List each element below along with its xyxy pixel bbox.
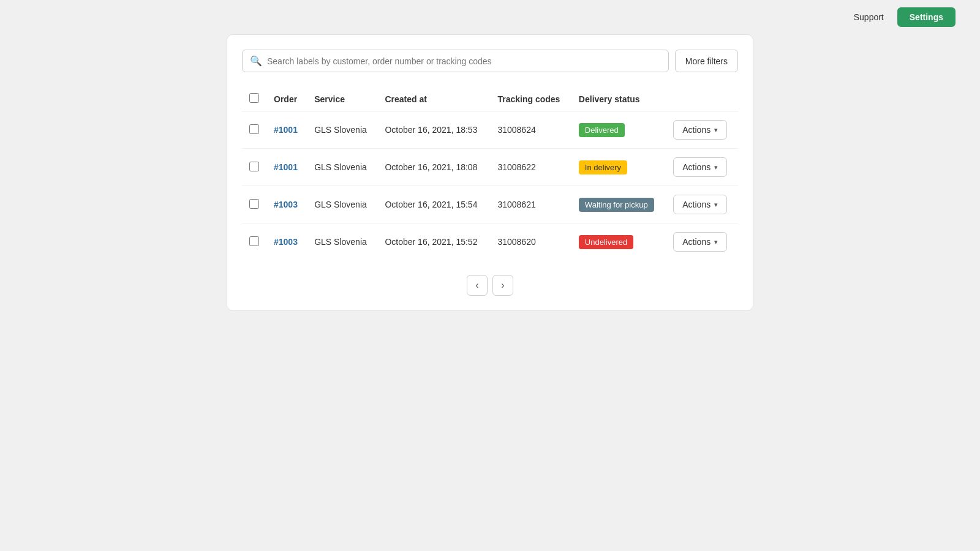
table-row: #1001 GLS Slovenia October 16, 2021, 18:… bbox=[242, 111, 738, 149]
status-badge-1: In delivery bbox=[579, 160, 627, 174]
chevron-down-icon: ▾ bbox=[714, 126, 718, 134]
col-delivery-status: Delivery status bbox=[571, 87, 666, 111]
chevron-down-icon: ▾ bbox=[714, 163, 718, 171]
service-cell-0: GLS Slovenia bbox=[307, 111, 377, 149]
search-icon: 🔍 bbox=[250, 55, 262, 67]
settings-button[interactable]: Settings bbox=[897, 7, 956, 27]
col-service: Service bbox=[307, 87, 377, 111]
status-badge-3: Undelivered bbox=[579, 235, 633, 249]
chevron-down-icon: ▾ bbox=[714, 238, 718, 246]
order-link-2[interactable]: #1003 bbox=[274, 200, 298, 209]
status-cell-1: In delivery bbox=[571, 149, 666, 186]
status-cell-2: Waiting for pickup bbox=[571, 186, 666, 223]
service-cell-3: GLS Slovenia bbox=[307, 223, 377, 261]
status-cell-0: Delivered bbox=[571, 111, 666, 149]
next-page-button[interactable]: › bbox=[492, 275, 513, 296]
orders-table: Order Service Created at Tracking codes … bbox=[242, 87, 738, 260]
top-bar: Support Settings bbox=[0, 0, 980, 34]
search-wrapper: 🔍 bbox=[242, 50, 669, 72]
col-order: Order bbox=[266, 87, 307, 111]
pagination: ‹ › bbox=[242, 275, 738, 296]
chevron-down-icon: ▾ bbox=[714, 201, 718, 209]
main-container: 🔍 More filters Order Service Created at … bbox=[227, 34, 753, 311]
status-badge-2: Waiting for pickup bbox=[579, 198, 654, 212]
service-cell-1: GLS Slovenia bbox=[307, 149, 377, 186]
status-badge-0: Delivered bbox=[579, 123, 625, 137]
actions-button-2[interactable]: Actions ▾ bbox=[673, 195, 727, 214]
created-at-cell-1: October 16, 2021, 18:08 bbox=[377, 149, 490, 186]
actions-button-3[interactable]: Actions ▾ bbox=[673, 232, 727, 252]
status-cell-3: Undelivered bbox=[571, 223, 666, 261]
support-button[interactable]: Support bbox=[848, 9, 890, 26]
tracking-code-cell-3: 31008620 bbox=[490, 223, 571, 261]
col-tracking-codes: Tracking codes bbox=[490, 87, 571, 111]
row-checkbox-0[interactable] bbox=[249, 124, 259, 134]
created-at-cell-0: October 16, 2021, 18:53 bbox=[377, 111, 490, 149]
created-at-cell-2: October 16, 2021, 15:54 bbox=[377, 186, 490, 223]
order-link-0[interactable]: #1001 bbox=[274, 125, 298, 135]
tracking-code-cell-1: 31008622 bbox=[490, 149, 571, 186]
more-filters-button[interactable]: More filters bbox=[675, 50, 738, 72]
tracking-code-cell-0: 31008624 bbox=[490, 111, 571, 149]
table-row: #1003 GLS Slovenia October 16, 2021, 15:… bbox=[242, 223, 738, 261]
service-cell-2: GLS Slovenia bbox=[307, 186, 377, 223]
row-checkbox-3[interactable] bbox=[249, 236, 259, 246]
row-checkbox-1[interactable] bbox=[249, 162, 259, 171]
created-at-cell-3: October 16, 2021, 15:52 bbox=[377, 223, 490, 261]
table-row: #1003 GLS Slovenia October 16, 2021, 15:… bbox=[242, 186, 738, 223]
order-link-3[interactable]: #1003 bbox=[274, 237, 298, 247]
order-link-1[interactable]: #1001 bbox=[274, 162, 298, 172]
row-checkbox-2[interactable] bbox=[249, 199, 259, 209]
col-created-at: Created at bbox=[377, 87, 490, 111]
tracking-code-cell-2: 31008621 bbox=[490, 186, 571, 223]
prev-page-button[interactable]: ‹ bbox=[467, 275, 488, 296]
table-row: #1001 GLS Slovenia October 16, 2021, 18:… bbox=[242, 149, 738, 186]
search-input[interactable] bbox=[267, 56, 661, 66]
search-row: 🔍 More filters bbox=[242, 50, 738, 72]
actions-button-0[interactable]: Actions ▾ bbox=[673, 120, 727, 140]
actions-button-1[interactable]: Actions ▾ bbox=[673, 157, 727, 177]
select-all-checkbox[interactable] bbox=[249, 93, 259, 103]
